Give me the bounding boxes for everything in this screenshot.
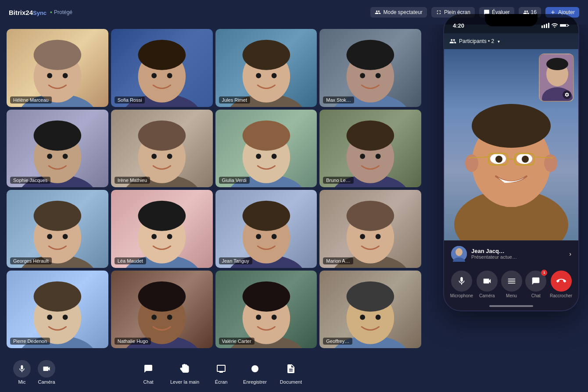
signal-bars-icon — [541, 23, 549, 28]
svg-point-71 — [376, 234, 381, 239]
phone-menu-icon — [501, 271, 522, 292]
svg-point-28 — [47, 153, 52, 159]
screen-button[interactable]: Écran — [212, 360, 230, 385]
svg-point-11 — [167, 73, 172, 78]
video-cell-12: Marion A… — [319, 190, 421, 268]
phone-camera-button[interactable]: Caméra — [477, 271, 498, 298]
phone-mic-icon — [451, 271, 472, 292]
phone-endcall-button[interactable]: Raccrocher — [550, 271, 572, 298]
video-cell-5: Sophie Jacques — [7, 110, 108, 188]
participant-name-6: Irène Mathieu — [115, 177, 150, 184]
video-cell-15: Valérie Carter — [215, 271, 317, 349]
document-icon — [282, 360, 300, 378]
phone-mini-cam — [539, 53, 574, 102]
video-cell-2: Sofia Rossi — [111, 29, 213, 107]
video-cell-8: Bruno Le… — [319, 110, 421, 188]
phone-mic-button[interactable]: Microphone — [450, 271, 473, 298]
phone-chat-button[interactable]: 1 Chat — [525, 271, 546, 298]
svg-point-76 — [47, 314, 52, 320]
svg-point-82 — [151, 314, 157, 320]
svg-point-70 — [360, 234, 365, 239]
svg-point-16 — [256, 73, 261, 78]
video-cell-7: Giulia Verdi — [215, 110, 317, 188]
chat-icon — [140, 360, 157, 378]
phone-controls-row: Microphone Caméra Menu 1 Chat Raccro — [444, 267, 578, 302]
person-silhouette-6 — [111, 110, 213, 188]
svg-point-52 — [47, 234, 52, 239]
svg-point-96 — [251, 365, 258, 372]
participant-name-15: Valérie Carter — [219, 338, 255, 345]
svg-point-4 — [47, 73, 52, 78]
presenter-chevron-icon[interactable]: › — [569, 250, 571, 257]
chat-label: Chat — [143, 379, 153, 385]
presenter-info: Jean Jacq… Présentateur actue… — [471, 248, 565, 260]
svg-point-15 — [242, 40, 290, 70]
person-silhouette-7 — [215, 110, 317, 188]
svg-point-109 — [495, 156, 502, 163]
participant-name-7: Giulia Verdi — [219, 177, 250, 184]
record-button[interactable]: Enregistrer — [243, 360, 267, 385]
svg-point-106 — [544, 154, 557, 172]
participant-name-16: Geoffrey… — [323, 338, 352, 345]
record-icon — [246, 360, 264, 378]
svg-point-77 — [63, 314, 68, 320]
raise-hand-icon — [176, 360, 194, 378]
svg-point-17 — [271, 73, 276, 78]
person-silhouette-8 — [319, 110, 421, 188]
svg-point-104 — [472, 104, 551, 148]
phone-endcall-label: Raccrocher — [550, 293, 572, 298]
camera-button[interactable]: Caméra — [38, 360, 55, 385]
person-silhouette-14 — [111, 271, 213, 349]
participant-name-8: Bruno Le… — [323, 177, 354, 184]
person-silhouette-1 — [7, 29, 108, 107]
svg-point-94 — [360, 314, 365, 320]
person-silhouette-9 — [7, 190, 108, 268]
phone-endcall-icon — [551, 271, 572, 292]
document-button[interactable]: Document — [280, 360, 302, 385]
svg-point-59 — [167, 234, 172, 239]
svg-point-10 — [151, 73, 157, 78]
person-silhouette-16 — [319, 271, 421, 349]
phone-menu-label: Menu — [506, 293, 517, 298]
phone-menu-button[interactable]: Menu — [501, 271, 522, 298]
screen-icon — [212, 360, 230, 378]
brand-name: Bitrix24Sync — [9, 9, 47, 16]
mic-button[interactable]: Mic — [13, 360, 31, 385]
video-area: Hélène MarceauSofia RossiJules RimetMax … — [0, 25, 426, 353]
phone-participants-bar[interactable]: Participants • 2 ▾ — [444, 33, 578, 49]
video-cell-3: Jules Rimet — [215, 29, 317, 107]
person-silhouette-3 — [215, 29, 317, 107]
svg-point-110 — [522, 156, 529, 163]
video-cell-13: Pierre Dedenon — [7, 271, 108, 349]
mic-icon — [13, 360, 31, 378]
svg-point-29 — [63, 153, 68, 159]
spectator-mode-button[interactable]: Mode spectateur — [370, 7, 427, 18]
phone-status-icons — [541, 22, 570, 29]
video-cell-14: Nathalie Hugo — [111, 271, 213, 349]
brand-area: Bitrix24Sync Protégé — [9, 9, 72, 16]
svg-point-35 — [167, 153, 172, 159]
svg-point-41 — [271, 153, 276, 159]
chat-button[interactable]: Chat — [140, 360, 157, 385]
svg-point-64 — [256, 234, 261, 239]
svg-point-87 — [242, 281, 290, 311]
svg-point-58 — [151, 234, 157, 239]
participants-icon — [449, 38, 456, 45]
raise-hand-button[interactable]: Lever la main — [170, 360, 199, 385]
svg-point-75 — [34, 281, 81, 311]
svg-point-88 — [256, 314, 261, 320]
person-silhouette-10 — [111, 190, 213, 268]
svg-point-119 — [546, 58, 568, 70]
participant-name-11: Jean Tanguy — [219, 257, 252, 264]
svg-rect-99 — [560, 25, 566, 27]
person-silhouette-2 — [111, 29, 213, 107]
mini-cam-settings-icon[interactable] — [563, 90, 571, 99]
svg-point-89 — [271, 314, 276, 320]
camera-label: Caméra — [38, 379, 55, 385]
bottom-center-controls: Chat Lever la main Écran Enregistrer Doc… — [140, 360, 302, 385]
svg-point-51 — [34, 201, 81, 231]
bottom-bar: Mic Caméra Chat Lever la main Écran — [0, 353, 426, 392]
person-silhouette-5 — [7, 110, 108, 188]
svg-point-105 — [465, 154, 478, 172]
svg-point-47 — [376, 153, 381, 159]
